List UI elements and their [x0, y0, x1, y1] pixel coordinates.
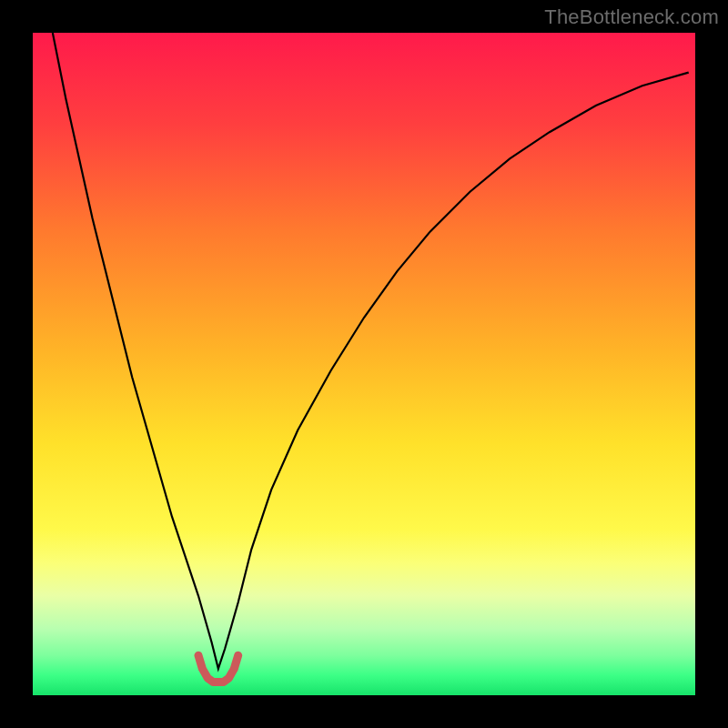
- watermark-text: TheBottleneck.com: [544, 5, 719, 29]
- chart-overlay: [33, 33, 695, 695]
- series-curve: [53, 33, 689, 669]
- chart-frame: TheBottleneck.com: [0, 0, 728, 728]
